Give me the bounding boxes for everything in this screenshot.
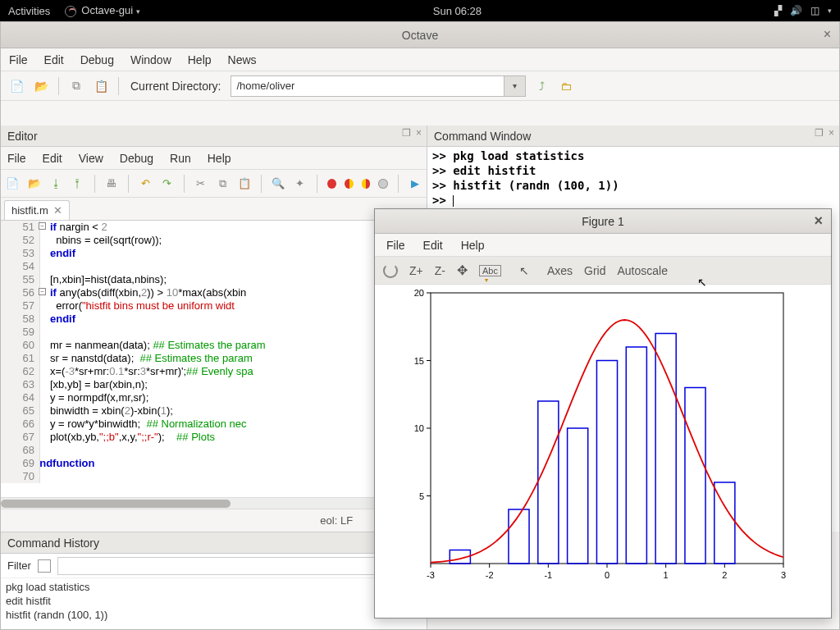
- figure-plot-area[interactable]: -3-2-101235101520: [375, 285, 831, 618]
- dropdown-icon[interactable]: ▾: [504, 76, 525, 96]
- editor-pane-title[interactable]: Editor ❐×: [1, 126, 427, 147]
- editor-menu-file[interactable]: File: [7, 152, 26, 165]
- pane-float-icon[interactable]: ❐: [402, 127, 411, 139]
- command-history-title[interactable]: Command History: [1, 532, 427, 554]
- code-editor[interactable]: 51−if nargin < 252 nbins = ceil(sqrt(row…: [1, 221, 427, 509]
- code-line[interactable]: 64y = normpdf(x,mr,sr);: [1, 391, 427, 404]
- code-line[interactable]: 69endfunction: [1, 457, 427, 470]
- open-folder-icon[interactable]: 📂: [32, 78, 50, 94]
- volume-icon[interactable]: 🔊: [790, 5, 802, 16]
- pane-close-icon[interactable]: ×: [829, 127, 834, 139]
- window-titlebar[interactable]: Octave ×: [1, 22, 839, 48]
- code-line[interactable]: 59: [1, 326, 427, 339]
- breakpoint-toggle-icon[interactable]: [327, 179, 336, 189]
- code-line[interactable]: 56−if any(abs(diff(xbin,2)) > 10*max(abs…: [1, 286, 427, 299]
- code-line[interactable]: 54: [1, 260, 427, 273]
- paste-icon[interactable]: 📋: [238, 176, 251, 191]
- current-directory-combo[interactable]: /home/oliver ▾: [231, 75, 526, 97]
- pane-float-icon[interactable]: ❐: [815, 127, 824, 139]
- clock[interactable]: Sun 06:28: [140, 5, 774, 17]
- code-line[interactable]: 57 error("histfit bins must be uniform w…: [1, 299, 427, 313]
- code-line[interactable]: 68: [1, 444, 427, 457]
- cut-icon[interactable]: ✂: [194, 176, 208, 191]
- paste-icon[interactable]: 📋: [92, 78, 110, 94]
- copy-icon[interactable]: ⧉: [216, 176, 229, 191]
- activities-button[interactable]: Activities: [8, 5, 50, 17]
- rotate-icon[interactable]: [383, 263, 398, 278]
- code-line[interactable]: 58endif: [1, 313, 427, 326]
- code-line[interactable]: 67plot(xb,yb,";;b",x,y,";;r-"); ## Plots: [1, 431, 427, 444]
- undo-icon[interactable]: ↶: [139, 176, 152, 191]
- app-menu[interactable]: Octave-gui ▾: [65, 4, 140, 17]
- save-icon[interactable]: ⭳: [49, 176, 62, 191]
- code-line[interactable]: 60mr = nanmean(data); ## Estimates the p…: [1, 339, 427, 352]
- code-line[interactable]: 70: [1, 470, 427, 483]
- editor-menu-help[interactable]: Help: [208, 152, 231, 165]
- code-line[interactable]: 52 nbins = ceil(sqrt(row));: [1, 234, 427, 247]
- horizontal-scrollbar[interactable]: [1, 497, 427, 509]
- zoom-out-button[interactable]: Z-: [435, 264, 445, 277]
- insert-text-icon[interactable]: Abc: [479, 265, 501, 276]
- new-script-icon[interactable]: 📄: [7, 78, 25, 94]
- find-icon[interactable]: 🔍: [272, 176, 285, 191]
- autoscale-button[interactable]: Autoscale: [618, 264, 668, 277]
- figure-titlebar[interactable]: Figure 1 ×: [375, 209, 831, 234]
- code-line[interactable]: 51−if nargin < 2: [1, 221, 427, 234]
- tab-close-icon[interactable]: ✕: [53, 204, 62, 217]
- editor-menu-run[interactable]: Run: [170, 152, 191, 165]
- figure-menu-edit[interactable]: Edit: [423, 239, 443, 252]
- redo-icon[interactable]: ↷: [160, 176, 173, 191]
- breakpoint-prev-icon[interactable]: [345, 179, 354, 189]
- copy-icon[interactable]: ⧉: [67, 78, 85, 94]
- browse-folder-icon[interactable]: 🗀: [557, 78, 575, 94]
- code-line[interactable]: 61sr = nanstd(data); ## Estimates the pa…: [1, 352, 427, 365]
- history-item[interactable]: histfit (randn (100, 1)): [6, 608, 422, 622]
- editor-menu-debug[interactable]: Debug: [120, 152, 153, 165]
- editor-menu-edit[interactable]: Edit: [43, 152, 62, 165]
- run-icon[interactable]: ▶: [408, 176, 421, 191]
- system-menu-caret[interactable]: ▾: [828, 7, 832, 15]
- scrollbar-thumb[interactable]: [1, 500, 231, 508]
- zoom-in-button[interactable]: Z+: [409, 264, 423, 277]
- breakpoint-next-icon[interactable]: [362, 179, 371, 189]
- figure-menu-file[interactable]: File: [386, 239, 405, 252]
- dir-up-icon[interactable]: ⤴: [532, 78, 550, 94]
- pointer-icon[interactable]: ↖: [519, 264, 529, 277]
- menu-news[interactable]: News: [228, 53, 257, 66]
- pan-icon[interactable]: ✥: [457, 262, 468, 278]
- menu-help[interactable]: Help: [188, 53, 212, 66]
- file-tab-histfit[interactable]: histfit.m ✕: [4, 200, 70, 220]
- menu-window[interactable]: Window: [130, 53, 171, 66]
- history-item[interactable]: pkg load statistics: [6, 580, 422, 594]
- code-line[interactable]: 53endif: [1, 247, 427, 260]
- menu-edit[interactable]: Edit: [44, 53, 64, 66]
- grid-button[interactable]: Grid: [584, 264, 605, 277]
- code-line[interactable]: 63[xb,yb] = bar(xbin,n);: [1, 378, 427, 391]
- command-window-title[interactable]: Command Window ❐×: [427, 126, 839, 147]
- print-icon[interactable]: 🖶: [105, 176, 118, 191]
- network-icon[interactable]: ▞: [774, 5, 782, 16]
- window-close-icon[interactable]: ×: [824, 27, 831, 42]
- menu-file[interactable]: File: [9, 53, 28, 66]
- battery-icon[interactable]: ◫: [810, 5, 819, 16]
- filter-input[interactable]: [57, 557, 420, 575]
- menu-debug[interactable]: Debug: [80, 53, 114, 66]
- history-list[interactable]: pkg load statisticsedit histfithistfit (…: [1, 578, 427, 623]
- find-replace-icon[interactable]: ✦: [293, 176, 306, 191]
- code-line[interactable]: 65binwidth = xbin(2)-xbin(1);: [1, 404, 427, 418]
- figure-window[interactable]: Figure 1 × File Edit Help Z+ Z- ✥ Abc ↖ …: [374, 208, 832, 619]
- code-line[interactable]: 62x=(-3*sr+mr:0.1*sr:3*sr+mr)';## Evenly…: [1, 365, 427, 378]
- breakpoint-clear-icon[interactable]: [378, 179, 387, 189]
- history-item[interactable]: edit histfit: [6, 594, 422, 608]
- figure-menu-help[interactable]: Help: [461, 239, 485, 252]
- axes-button[interactable]: Axes: [547, 264, 573, 277]
- figure-close-icon[interactable]: ×: [814, 212, 823, 230]
- open-file-icon[interactable]: 📂: [27, 176, 40, 191]
- save-all-icon[interactable]: ⭱: [71, 176, 84, 191]
- code-line[interactable]: 66y = row*y*binwidth; ## Normalization n…: [1, 418, 427, 431]
- editor-menu-view[interactable]: View: [79, 152, 103, 165]
- new-file-icon[interactable]: 📄: [6, 176, 19, 191]
- code-line[interactable]: 55[n,xbin]=hist(data,nbins);: [1, 273, 427, 286]
- filter-checkbox[interactable]: [38, 559, 51, 573]
- pane-close-icon[interactable]: ×: [416, 127, 422, 139]
